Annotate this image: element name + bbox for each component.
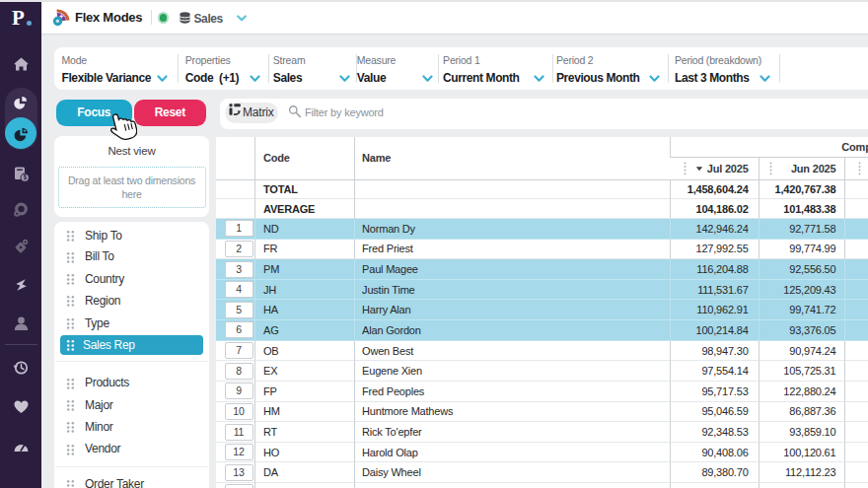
svg-text:$: $: [23, 174, 27, 181]
